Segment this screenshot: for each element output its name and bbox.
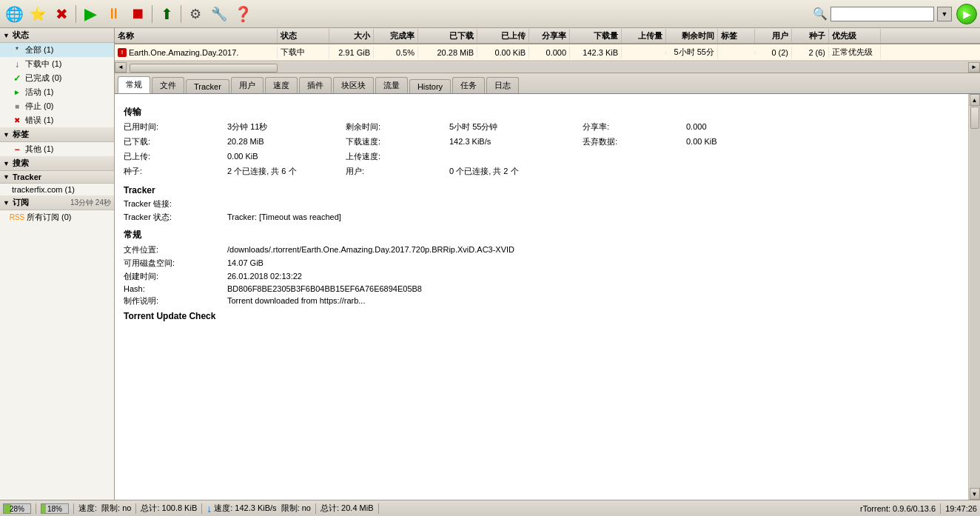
ratio-value: 0.000 (686, 122, 707, 131)
waste-value: 0.00 KiB (686, 137, 717, 146)
sidebar-item-all[interactable]: * 全部 (1) (0, 43, 114, 57)
sidebar: ▼ 状态 * 全部 (1) ↓ 下载中 (1) ✓ 已完成 (0) ► 活动 (… (0, 28, 115, 500)
col-header-eta: 剩余时间 (666, 29, 718, 43)
detail-row-tracker-status: Tracker 状态: Tracker: [Timeout was reache… (124, 212, 959, 223)
search-dropdown-btn[interactable]: ▼ (937, 7, 952, 21)
sidebar-item-downloading-label: 下载中 (1) (25, 58, 62, 70)
detail-row-tracker-link: Tracker 链接: (124, 198, 959, 210)
sidebar-header-tracker[interactable]: ▼ Tracker (0, 171, 114, 184)
vertical-scrollbar[interactable]: ▲ ▼ (968, 94, 980, 500)
tab-users[interactable]: 用户 (231, 77, 264, 93)
tab-traffic[interactable]: 流量 (375, 77, 408, 93)
search-input[interactable] (830, 7, 934, 21)
col-header-user: 用户 (755, 29, 792, 43)
help-btn[interactable]: ❓ (232, 3, 254, 25)
detail-row-downloaded: 已下载: 20.28 MiB (124, 136, 346, 147)
statusbar-speed: 速度: (78, 503, 97, 514)
statusbar-progress1: 28% (3, 503, 31, 514)
tab-log[interactable]: 日志 (486, 77, 519, 93)
transfer-section-title: 传输 (124, 106, 959, 118)
col-header-seeds: 种子 (792, 29, 829, 43)
detail-row-made-with: 制作说明: Torrent downloaded from https://ra… (124, 295, 959, 306)
col-header-name: 名称 (115, 29, 278, 43)
sidebar-section-labels-label: 标签 (13, 129, 29, 140)
vscroll-thumb[interactable] (970, 107, 979, 129)
sidebar-header-labels[interactable]: ▼ 标签 (0, 127, 114, 142)
error-icon: ✖ (12, 115, 22, 126)
tab-tracker[interactable]: Tracker (186, 79, 229, 93)
torrent-list-header: 名称 状态 大小 完成率 已下载 已上传 分享率 下载量 上传量 剩余时间 标签… (115, 28, 980, 44)
torrent-label (718, 51, 755, 54)
main-layout: ▼ 状态 * 全部 (1) ↓ 下载中 (1) ✓ 已完成 (0) ► 活动 (… (0, 28, 980, 500)
torrent-user: 0 (2) (755, 47, 792, 58)
torrent-dl-vol: 142.3 KiB (570, 47, 622, 58)
sidebar-item-other[interactable]: − 其他 (1) (0, 142, 114, 156)
sidebar-item-error[interactable]: ✖ 错误 (1) (0, 113, 114, 127)
sidebar-item-stopped[interactable]: ■ 停止 (0) (0, 99, 114, 113)
torrent-ul-vol (622, 51, 666, 54)
dl-limit-label: 限制: no (281, 503, 311, 514)
table-row[interactable]: ! Earth.One.Amazing.Day.2017. 下载中 2.91 G… (115, 44, 980, 61)
go-btn[interactable]: ▶ (956, 4, 977, 24)
all-icon: * (12, 45, 22, 56)
waste-label: 丢弃数据: (583, 136, 686, 147)
statusbar-sep-5 (315, 503, 316, 514)
stopped-icon: ■ (12, 101, 22, 112)
tools-btn[interactable]: 🔧 (208, 3, 230, 25)
browser-btn[interactable]: 🌐 (3, 3, 25, 25)
tab-history[interactable]: History (409, 79, 451, 93)
statusbar-time: 19:47:26 (945, 504, 977, 513)
sidebar-item-done[interactable]: ✓ 已完成 (0) (0, 71, 114, 85)
done-icon: ✓ (12, 73, 22, 84)
torrent-priority: 正常优先级 (829, 45, 881, 59)
detail-row-seeds: 种子: 2 个已连接, 共 6 个 (124, 166, 346, 177)
progress-bar-1: 28% (3, 503, 31, 514)
torrent-done: 0.5% (374, 47, 418, 58)
downloaded-value: 20.28 MiB (227, 137, 264, 146)
detail-row-dl-speed: 下载速度: 142.3 KiB/s (346, 136, 583, 147)
peers-label: 用户: (346, 166, 449, 177)
rss-icon: RSS (12, 212, 22, 223)
toolbar-sep-2 (152, 5, 152, 23)
tab-general[interactable]: 常规 (118, 76, 150, 93)
sidebar-item-active[interactable]: ► 活动 (1) (0, 85, 114, 99)
disk-space-label: 可用磁盘空间: (124, 258, 227, 269)
sidebar-item-all-rss[interactable]: RSS 所有订阅 (0) (0, 210, 114, 224)
remaining-label: 剩余时间: (346, 121, 449, 133)
settings-btn[interactable]: ⚙ (184, 3, 207, 25)
sidebar-header-rss[interactable]: ▼ 订阅 13分钟 24秒 (0, 195, 114, 210)
general-section-title: 常规 (124, 229, 959, 241)
horizontal-scrollbar[interactable]: ◄ ► (115, 61, 980, 73)
detail-row-hash: Hash: BD806F8BE2305B3F6B04BB15EF6A76E689… (124, 284, 959, 293)
tab-chunks[interactable]: 块区块 (333, 77, 374, 93)
vscroll-down-btn[interactable]: ▼ (970, 488, 980, 500)
start-btn[interactable]: ▶ (79, 3, 101, 25)
tab-tasks[interactable]: 任务 (452, 77, 485, 93)
pause-btn[interactable]: ⏸ (103, 3, 125, 25)
hscroll-left-btn[interactable]: ◄ (115, 62, 127, 73)
sidebar-item-done-label: 已完成 (0) (25, 73, 62, 84)
hscroll-thumb[interactable] (130, 64, 278, 73)
torrent-size: 2.91 GiB (329, 47, 374, 58)
sidebar-header-search[interactable]: ▼ 搜索 (0, 156, 114, 171)
detail-row-waste: 丢弃数据: 0.00 KiB (583, 136, 805, 147)
statusbar-ul-total: 总计: 20.4 MiB (320, 503, 374, 514)
hscroll-right-btn[interactable]: ► (968, 62, 980, 73)
detail-row-remaining: 剩余时间: 5小时 55分钟 (346, 121, 583, 133)
up-priority-btn[interactable]: ⬆ (155, 3, 178, 25)
sidebar-section-tracker: ▼ Tracker trackerfix.com (1) (0, 171, 114, 195)
delete-btn[interactable]: ✖ (50, 3, 73, 25)
sidebar-item-downloading[interactable]: ↓ 下载中 (1) (0, 57, 114, 71)
sidebar-item-other-label: 其他 (1) (25, 144, 54, 155)
sidebar-item-trackerfix[interactable]: trackerfix.com (1) (0, 184, 114, 195)
sidebar-section-status-label: 状态 (13, 30, 29, 41)
sidebar-header-status[interactable]: ▼ 状态 (0, 28, 114, 43)
vscroll-up-btn[interactable]: ▲ (970, 94, 980, 106)
torrent-status: 下载中 (278, 45, 329, 59)
ratio-label: 分享率: (583, 121, 686, 133)
tab-plugins[interactable]: 插件 (299, 77, 332, 93)
stop-btn[interactable]: ⏹ (127, 3, 149, 25)
tab-speed[interactable]: 速度 (265, 77, 298, 93)
tab-files[interactable]: 文件 (152, 77, 184, 93)
bookmark-btn[interactable]: ⭐ (27, 3, 49, 25)
